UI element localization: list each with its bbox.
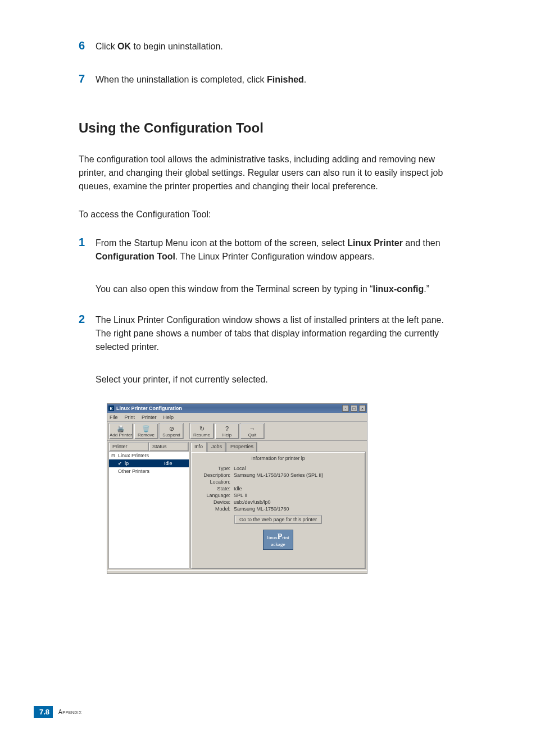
tree-expand-icon: ✔ [118,461,124,466]
toolbar-add-printer-button[interactable]: 🖨️Add Printer [108,423,133,439]
info-value: Local [234,466,362,471]
tree-row[interactable]: Other Printers [109,467,189,475]
tree-row[interactable]: ⊟Linux Printers [109,452,189,459]
step-number: 2 [79,313,96,326]
step-subtext: Select your printer, if not currently se… [96,373,446,386]
tree-header-status[interactable]: Status [149,443,189,451]
toolbar-help-button[interactable]: ?Help [215,423,239,439]
close-button[interactable]: × [359,405,366,412]
info-tab-panel: Information for printer lp Type:LocalDes… [190,452,366,569]
step-text: Click OK to begin uninstallation. [96,40,223,53]
remove-icon: 🗑️ [142,425,150,432]
quit-icon: → [249,425,256,432]
step-text: When the uninstallation is completed, cl… [96,73,306,86]
menu-file[interactable]: File [110,415,118,420]
info-label: Model: [194,506,234,512]
section-heading: Using the Configuration Tool [79,120,446,136]
info-value: Samsung ML-1750/1760 [234,506,362,512]
tree-header-printer[interactable]: Printer [109,443,149,451]
tab-properties[interactable]: Properties [226,442,257,452]
toolbar: 🖨️Add Printer🗑️Remove⊘Suspend↻Resume?Hel… [107,422,367,441]
tab-info[interactable]: Info [190,442,207,452]
window-title: Linux Printer Configuration [115,406,340,411]
info-value: Idle [234,486,362,491]
kde-icon: K [108,406,114,411]
minimize-button[interactable]: · [342,405,349,412]
info-label: Device: [194,499,234,505]
step-subtext: You can also open this window from the T… [96,283,446,296]
access-line: To access the Configuration Tool: [79,208,446,221]
page-footer: 7.8 Appendix [34,706,81,718]
toolbar-suspend-button[interactable]: ⊘Suspend [159,423,184,439]
linux-printer-config-window: K Linux Printer Configuration · □ × File… [107,403,367,574]
help-icon: ? [225,425,229,432]
add-printer-icon: 🖨️ [117,425,125,432]
step-text: The Linux Printer Configuration window s… [96,313,446,354]
info-value: usb:/dev/usb/lp0 [234,499,362,505]
info-label: State: [194,486,234,491]
step-number: 7 [79,72,96,85]
info-heading: Information for printer lp [194,456,362,461]
tree-row[interactable]: ✔lpIdle [109,459,189,467]
toolbar-remove-button[interactable]: 🗑️Remove [134,423,158,439]
info-value [234,479,362,485]
intro-paragraph: The configuration tool allows the admini… [79,153,446,193]
menu-help[interactable]: Help [163,415,174,420]
toolbar-quit-button[interactable]: →Quit [240,423,265,439]
step-number: 1 [79,236,96,249]
suspend-icon: ⊘ [169,425,174,432]
menu-print[interactable]: Print [125,415,135,420]
tab-jobs[interactable]: Jobs [207,442,226,452]
menu-printer[interactable]: Printer [142,415,157,420]
tree-expand-icon: ⊟ [111,453,117,458]
toolbar-resume-button[interactable]: ↻Resume [189,423,214,439]
resume-icon: ↻ [199,425,205,432]
info-label: Type: [194,466,234,471]
web-page-button[interactable]: Go to the Web page for this printer [234,515,322,524]
info-value: Samsung ML-1750/1760 Series (SPL II) [234,472,362,478]
footer-label: Appendix [58,709,81,715]
step-text: From the Startup Menu icon at the bottom… [96,236,446,263]
menubar: FilePrintPrinterHelp [107,413,367,422]
info-label: Location: [194,479,234,485]
info-value: SPL II [234,493,362,498]
maximize-button[interactable]: □ [351,405,357,412]
linux-print-package-logo: linuxPrintackage [263,530,293,550]
titlebar: K Linux Printer Configuration · □ × [107,404,367,413]
step-number: 6 [79,39,96,52]
printer-tree-pane: PrinterStatus ⊟Linux Printers✔lpIdleOthe… [108,442,189,569]
info-label: Language: [194,493,234,498]
statusbar [107,570,367,573]
info-label: Description: [194,472,234,478]
